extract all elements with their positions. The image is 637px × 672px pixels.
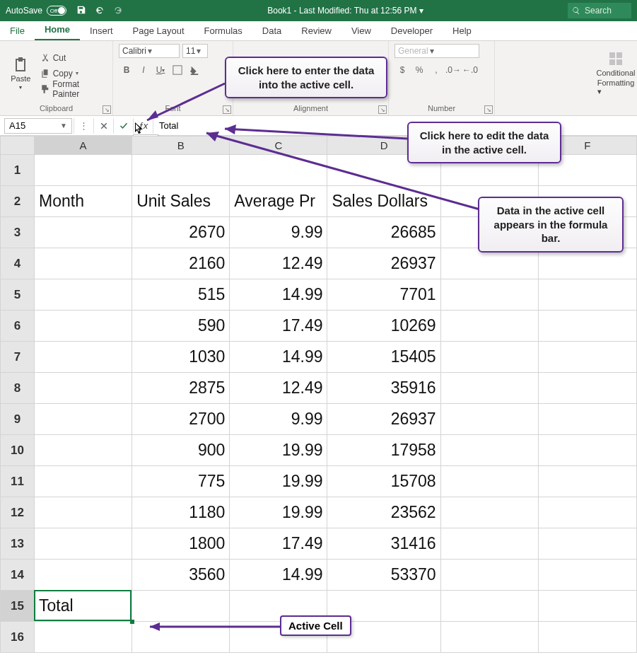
cell-D7[interactable]: 15405	[327, 342, 440, 373]
tab-developer[interactable]: Developer	[381, 25, 443, 40]
cell-E11[interactable]	[440, 466, 538, 497]
cell-F14[interactable]	[538, 560, 636, 591]
clipboard-launcher[interactable]: ↘	[103, 105, 111, 114]
name-box[interactable]: A15▼	[4, 118, 72, 134]
cell-F13[interactable]	[538, 528, 636, 560]
cell-B16[interactable]	[132, 622, 230, 653]
row-header-2[interactable]: 2	[1, 186, 35, 217]
cell-C9[interactable]: 9.99	[230, 404, 327, 435]
row-header-11[interactable]: 11	[1, 466, 35, 497]
row-header-16[interactable]: 16	[1, 622, 35, 653]
cell-B13[interactable]: 1800	[132, 528, 230, 560]
col-header-A[interactable]: A	[35, 137, 132, 155]
fill-color-button[interactable]	[187, 62, 202, 78]
font-size-combo[interactable]: 11▾	[182, 44, 208, 58]
cell-A15[interactable]: Total	[35, 591, 132, 622]
currency-icon[interactable]: $	[395, 62, 410, 78]
enter-button[interactable]	[113, 118, 133, 134]
cell-C11[interactable]: 19.99	[230, 466, 327, 497]
tab-view[interactable]: View	[341, 25, 381, 40]
cell-B15[interactable]	[132, 591, 230, 622]
cell-C2[interactable]: Average Pr	[230, 186, 327, 217]
border-button[interactable]	[170, 62, 185, 78]
cell-E14[interactable]	[440, 560, 538, 591]
underline-button[interactable]: U▾	[153, 62, 168, 78]
cell-F6[interactable]	[538, 311, 636, 342]
cell-C6[interactable]: 17.49	[230, 311, 327, 342]
conditional-formatting-button[interactable]: Conditional Formatting ▾	[600, 50, 631, 96]
cell-B11[interactable]: 775	[132, 466, 230, 497]
row-header-6[interactable]: 6	[1, 311, 35, 342]
cell-D12[interactable]: 23562	[327, 497, 440, 528]
cell-A8[interactable]	[35, 373, 132, 404]
undo-icon[interactable]	[95, 5, 105, 17]
cell-D14[interactable]: 53370	[327, 560, 440, 591]
cell-A2[interactable]: Month	[35, 186, 132, 217]
number-format-combo[interactable]: General▾	[395, 44, 479, 58]
cell-F4[interactable]	[538, 248, 636, 279]
cell-F8[interactable]	[538, 373, 636, 404]
row-header-5[interactable]: 5	[1, 279, 35, 311]
bold-button[interactable]: B	[119, 62, 134, 78]
cell-F7[interactable]	[538, 342, 636, 373]
tab-insert[interactable]: Insert	[80, 25, 123, 40]
save-icon[interactable]	[76, 5, 86, 17]
cell-A6[interactable]	[35, 311, 132, 342]
cell-F10[interactable]	[538, 435, 636, 466]
tab-help[interactable]: Help	[443, 25, 481, 40]
cell-E4[interactable]	[440, 248, 538, 279]
cell-A13[interactable]	[35, 528, 132, 560]
cell-B14[interactable]: 3560	[132, 560, 230, 591]
cell-A12[interactable]	[35, 497, 132, 528]
cell-F12[interactable]	[538, 497, 636, 528]
cell-D9[interactable]: 26937	[327, 404, 440, 435]
font-name-combo[interactable]: Calibri▾	[119, 44, 180, 58]
cell-F16[interactable]	[538, 622, 636, 653]
cell-C3[interactable]: 9.99	[230, 217, 327, 248]
cell-B10[interactable]: 900	[132, 435, 230, 466]
cell-D4[interactable]: 26937	[327, 248, 440, 279]
cut-button[interactable]: Cut	[40, 51, 107, 65]
cell-C10[interactable]: 19.99	[230, 435, 327, 466]
tab-page-layout[interactable]: Page Layout	[123, 25, 194, 40]
cell-E16[interactable]	[440, 622, 538, 653]
row-header-14[interactable]: 14	[1, 560, 35, 591]
row-header-10[interactable]: 10	[1, 435, 35, 466]
cell-A4[interactable]	[35, 248, 132, 279]
cell-C13[interactable]: 17.49	[230, 528, 327, 560]
cell-B7[interactable]: 1030	[132, 342, 230, 373]
cell-D13[interactable]: 31416	[327, 528, 440, 560]
cell-A11[interactable]	[35, 466, 132, 497]
cell-E15[interactable]	[440, 591, 538, 622]
cell-A16[interactable]	[35, 622, 132, 653]
document-title[interactable]: Book1 - Last Modified: Thu at 12:56 PM ▾	[123, 6, 568, 16]
format-painter-button[interactable]: Format Painter	[40, 82, 107, 96]
cell-C1[interactable]	[230, 155, 327, 186]
cell-A7[interactable]	[35, 342, 132, 373]
cell-B9[interactable]: 2700	[132, 404, 230, 435]
formula-input[interactable]: Total	[153, 118, 637, 134]
cell-D8[interactable]: 35916	[327, 373, 440, 404]
alignment-launcher[interactable]: ↘	[378, 105, 387, 114]
row-header-1[interactable]: 1	[1, 155, 35, 186]
cell-F11[interactable]	[538, 466, 636, 497]
search-box[interactable]: Search	[568, 3, 631, 18]
cell-F9[interactable]	[538, 404, 636, 435]
cell-E6[interactable]	[440, 311, 538, 342]
cell-E8[interactable]	[440, 373, 538, 404]
cell-F5[interactable]	[538, 279, 636, 311]
font-launcher[interactable]: ↘	[223, 105, 231, 114]
cell-B2[interactable]: Unit Sales	[132, 186, 230, 217]
row-header-9[interactable]: 9	[1, 404, 35, 435]
cell-A10[interactable]	[35, 435, 132, 466]
toggle-off-icon[interactable]: Off	[47, 6, 66, 16]
cell-E13[interactable]	[440, 528, 538, 560]
tab-file[interactable]: File	[0, 25, 35, 40]
cell-D3[interactable]: 26685	[327, 217, 440, 248]
cancel-button[interactable]	[93, 118, 113, 134]
cell-C12[interactable]: 19.99	[230, 497, 327, 528]
row-header-12[interactable]: 12	[1, 497, 35, 528]
cell-D10[interactable]: 17958	[327, 435, 440, 466]
cell-B3[interactable]: 2670	[132, 217, 230, 248]
select-all-corner[interactable]	[1, 137, 35, 155]
